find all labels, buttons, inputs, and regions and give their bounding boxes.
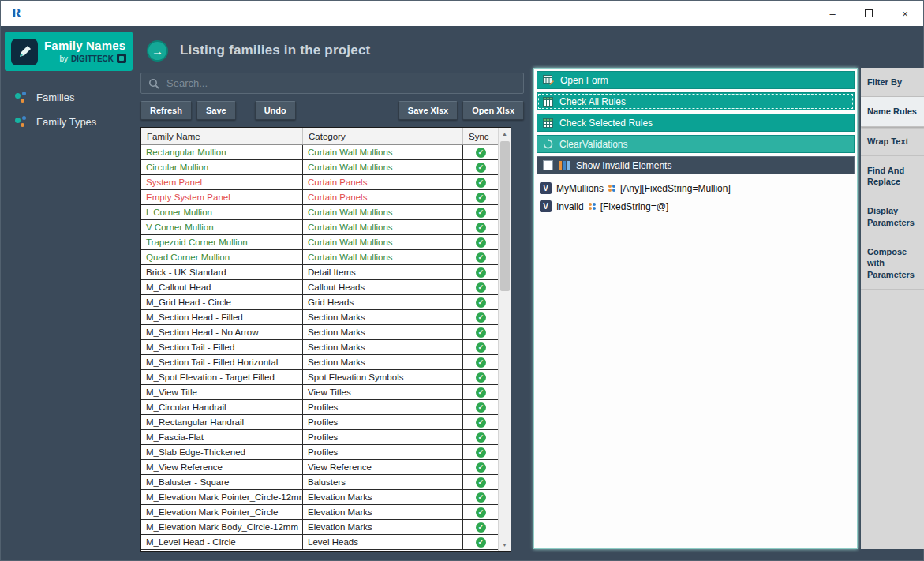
tab-find-and-replace[interactable]: Find And Replace (861, 156, 924, 197)
family-name-cell[interactable]: M_Section Head - No Arrow (141, 325, 303, 339)
table-row[interactable]: M_Rectangular HandrailProfiles✓ (141, 415, 499, 430)
clear-validations-button[interactable]: ClearValidations (537, 135, 855, 153)
table-row[interactable]: M_Circular HandrailProfiles✓ (141, 400, 499, 415)
open-xlsx-button[interactable]: Open Xlsx (462, 101, 524, 120)
table-row[interactable]: M_Callout HeadCallout Heads✓ (141, 280, 499, 295)
table-row[interactable]: Rectangular MullionCurtain Wall Mullions… (141, 145, 499, 160)
family-name-cell[interactable]: L Corner Mullion (141, 205, 303, 219)
show-invalid-elements-toggle[interactable]: Show Invalid Elements (537, 156, 855, 174)
family-name-cell[interactable]: M_Level Head - Circle (141, 535, 303, 549)
save-xlsx-button[interactable]: Save Xlsx (398, 101, 458, 120)
category-cell: Curtain Wall Mullions (303, 220, 463, 234)
sync-check-icon: ✓ (476, 432, 486, 443)
brand-by: by (60, 54, 69, 63)
family-name-cell[interactable]: Circular Mullion (141, 160, 303, 174)
tab-display-parameters[interactable]: Display Parameters (861, 196, 924, 237)
search-input[interactable] (166, 77, 516, 89)
table-scrollbar[interactable]: ▲ ▼ (498, 128, 511, 551)
table-row[interactable]: Quad Corner MullionCurtain Wall Mullions… (141, 250, 499, 265)
family-name-cell[interactable]: M_Section Tail - Filled (141, 340, 303, 354)
table-row[interactable]: M_Elevation Mark Body_Circle-12mmElevati… (141, 520, 499, 535)
family-name-cell[interactable]: Rectangular Mullion (141, 145, 303, 159)
family-name-cell[interactable]: M_Spot Elevation - Target Filled (141, 370, 303, 384)
page-header: → Listing families in the project (147, 37, 524, 64)
family-name-cell[interactable]: System Panel (141, 175, 303, 189)
window-controls: – × (814, 1, 923, 26)
save-button[interactable]: Save (196, 101, 236, 120)
rule-dots-icon (589, 203, 596, 210)
table-row[interactable]: M_View TitleView Titles✓ (141, 385, 499, 400)
show-invalid-checkbox[interactable] (543, 160, 553, 170)
family-name-cell[interactable]: M_Elevation Mark Body_Circle-12mm (141, 520, 303, 534)
family-name-cell[interactable]: M_Circular Handrail (141, 400, 303, 414)
table-row[interactable]: M_Grid Head - CircleGrid Heads✓ (141, 295, 499, 310)
family-name-cell[interactable]: Empty System Panel (141, 190, 303, 204)
column-header-family-name[interactable]: Family Name (141, 128, 303, 144)
sidebar-item-families[interactable]: Families (5, 85, 133, 110)
family-name-cell[interactable]: M_Section Tail - Filled Horizontal (141, 355, 303, 369)
table-row[interactable]: M_Elevation Mark Pointer_CircleElevation… (141, 505, 499, 520)
table-row[interactable]: M_Slab Edge-ThickenedProfiles✓ (141, 445, 499, 460)
check-all-rules-button[interactable]: Check All Rules (537, 92, 855, 110)
check-selected-rules-button[interactable]: Check Selected Rules (537, 114, 855, 132)
scrollbar-thumb[interactable] (500, 141, 510, 291)
scroll-down-icon[interactable]: ▼ (499, 539, 511, 551)
table-row[interactable]: M_Section Tail - FilledSection Marks✓ (141, 340, 499, 355)
table-row[interactable]: M_Fascia-FlatProfiles✓ (141, 430, 499, 445)
tab-compose-with-parameters[interactable]: Compose with Parameters (861, 237, 924, 290)
open-form-button[interactable]: Open Form (537, 71, 855, 89)
table-row[interactable]: Circular MullionCurtain Wall Mullions✓ (141, 160, 499, 175)
titlebar: R – × (1, 1, 923, 26)
table-row[interactable]: L Corner MullionCurtain Wall Mullions✓ (141, 205, 499, 220)
scroll-up-icon[interactable]: ▲ (499, 128, 511, 140)
undo-button[interactable]: Undo (255, 101, 296, 120)
tab-filter-by[interactable]: Filter By (861, 68, 924, 97)
rule-item[interactable]: VMyMullions[Any][FixedString=Mullion] (537, 179, 855, 197)
table-row[interactable]: M_Spot Elevation - Target FilledSpot Ele… (141, 370, 499, 385)
table-row[interactable]: V Corner MullionCurtain Wall Mullions✓ (141, 220, 499, 235)
family-name-cell[interactable]: M_Section Head - Filled (141, 310, 303, 324)
close-button[interactable]: × (887, 1, 923, 26)
category-cell: Spot Elevation Symbols (303, 370, 463, 384)
tab-name-rules[interactable]: Name Rules (861, 97, 924, 126)
column-header-category[interactable]: Category (303, 128, 463, 144)
table-row[interactable]: System PanelCurtain Panels✓ (141, 175, 499, 190)
table-row[interactable]: M_View ReferenceView Reference✓ (141, 460, 499, 475)
table-row[interactable]: M_Level Head - CircleLevel Heads✓ (141, 535, 499, 550)
sync-cell: ✓ (463, 235, 499, 249)
family-name-cell[interactable]: M_Callout Head (141, 280, 303, 294)
table-row[interactable]: M_Section Head - FilledSection Marks✓ (141, 310, 499, 325)
table-row[interactable]: Trapezoid Corner MullionCurtain Wall Mul… (141, 235, 499, 250)
family-name-cell[interactable]: M_Rectangular Handrail (141, 415, 303, 429)
sync-cell: ✓ (463, 220, 499, 234)
table-row[interactable]: M_Section Tail - Filled HorizontalSectio… (141, 355, 499, 370)
family-name-cell[interactable]: M_Elevation Mark Pointer_Circle (141, 505, 303, 519)
family-names-icon (11, 39, 38, 65)
family-name-cell[interactable]: Brick - UK Standard (141, 265, 303, 279)
table-row[interactable]: Brick - UK StandardDetail Items✓ (141, 265, 499, 280)
family-name-cell[interactable]: M_Baluster - Square (141, 475, 303, 489)
rule-validate-badge: V (540, 200, 552, 212)
column-header-sync[interactable]: Sync (463, 128, 499, 144)
sync-cell: ✓ (463, 325, 499, 339)
minimize-button[interactable]: – (814, 1, 851, 26)
family-name-cell[interactable]: Quad Corner Mullion (141, 250, 303, 264)
maximize-button[interactable] (851, 1, 887, 26)
table-row[interactable]: M_Baluster - SquareBalusters✓ (141, 475, 499, 490)
family-name-cell[interactable]: Trapezoid Corner Mullion (141, 235, 303, 249)
family-name-cell[interactable]: V Corner Mullion (141, 220, 303, 234)
refresh-button[interactable]: Refresh (140, 101, 192, 120)
rule-item[interactable]: VInvalid[FixedString=@] (537, 197, 855, 215)
family-name-cell[interactable]: M_Fascia-Flat (141, 430, 303, 444)
table-row[interactable]: M_Elevation Mark Pointer_Circle-12mmElev… (141, 490, 499, 505)
family-name-cell[interactable]: M_Slab Edge-Thickened (141, 445, 303, 459)
family-name-cell[interactable]: M_Grid Head - Circle (141, 295, 303, 309)
table-row[interactable]: Empty System PanelCurtain Panels✓ (141, 190, 499, 205)
family-name-cell[interactable]: M_Elevation Mark Pointer_Circle-12mm (141, 490, 303, 504)
family-name-cell[interactable]: M_View Reference (141, 460, 303, 474)
sidebar-item-family-types[interactable]: Family Types (5, 110, 133, 134)
family-name-cell[interactable]: M_View Title (141, 385, 303, 399)
tab-wrap-text[interactable]: Wrap Text (861, 127, 924, 156)
table-row[interactable]: M_Section Head - No ArrowSection Marks✓ (141, 325, 499, 340)
check-selected-rules-label: Check Selected Rules (559, 118, 653, 129)
